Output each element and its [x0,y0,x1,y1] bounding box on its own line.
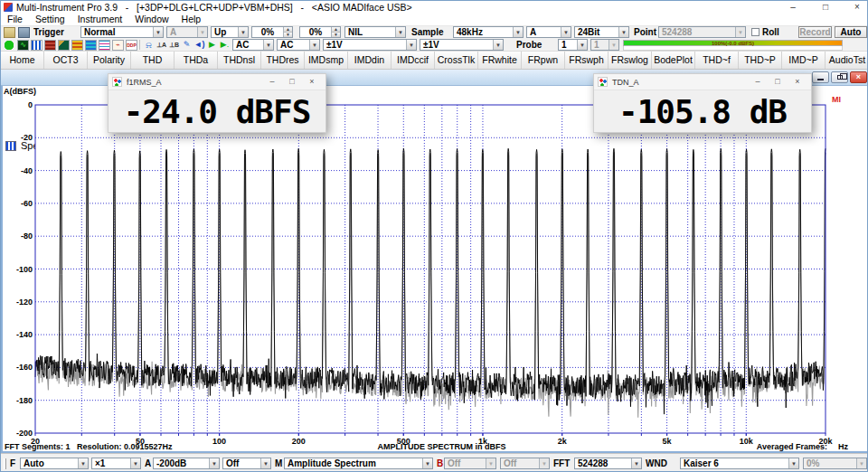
range-b-select[interactable]: ±1V▼ [420,39,504,51]
quick-imdccif[interactable]: IMDccif [392,52,435,69]
run-indicator-icon[interactable] [4,40,15,51]
quick-thd-p[interactable]: THD~P [739,52,782,69]
spinner-arrows-icon[interactable]: ▲▼ [331,27,340,37]
save-icon[interactable] [18,27,30,38]
quick-frswph[interactable]: FRswph [565,52,609,69]
auto-button[interactable]: Auto [835,26,867,38]
waterfall-b-icon[interactable] [85,40,97,51]
close-button[interactable]: × [788,74,807,90]
close-icon: × [856,72,861,82]
thdn-readout-titlebar[interactable]: TDN_A – □ × [594,74,811,90]
oscilloscope-icon[interactable]: ∿ [17,40,29,51]
quick-frswlog[interactable]: FRswlog [609,52,652,69]
freq-axis-select[interactable]: Auto▼ [20,458,89,469]
rms-readout-title: f1RMS_A [127,78,262,87]
fft-size-select[interactable]: 524288▼ [574,458,642,469]
range-a-select[interactable]: ±1V▼ [323,39,417,51]
quick-imddin[interactable]: IMDdin [348,52,392,69]
trigger-hpf-select[interactable]: NIL▼ [344,26,406,38]
minimize-button[interactable]: – [262,74,282,90]
spectrum-3d-plot-icon[interactable] [58,40,70,51]
minimize-button[interactable]: – [780,1,806,14]
bit-depth-select[interactable]: 24Bit▼ [574,26,629,38]
quick-imdsmp[interactable]: IMDsmp [305,52,348,69]
quick-thda[interactable]: THDa [175,52,218,69]
roll-checkbox[interactable]: Roll [751,27,779,37]
maximize-button[interactable]: □ [813,1,838,14]
trigger-source-select: A▼ [166,26,208,38]
play-loop-icon[interactable]: ▶. [219,40,231,51]
open-file-icon[interactable] [4,27,15,38]
trigger-level-stepper[interactable]: 0%▲▼ [251,26,293,38]
overlap-select: 0%▼ [803,458,867,469]
checkbox-icon[interactable] [751,28,760,36]
quick-oct3[interactable]: OCT3 [44,52,88,69]
window-function-select[interactable]: Kaiser 6▼ [680,458,799,469]
a-range-select[interactable]: -200dB▼ [153,458,220,469]
quick-frpwn[interactable]: FRpwn [522,52,565,69]
quick-thdnsl[interactable]: THDnsl [218,52,261,69]
menu-file[interactable]: File [1,14,29,25]
menu-instrument[interactable]: Instrument [71,14,129,25]
maximize-button[interactable]: □ [282,74,302,90]
rms-readout-titlebar[interactable]: f1RMS_A – □ × [108,74,326,90]
f-label: F [10,458,15,469]
quick-thd[interactable]: THD [131,52,175,69]
spectrum-analyzer-icon[interactable] [31,40,42,51]
close-button[interactable]: × [302,74,322,90]
ddp-viewer-icon[interactable]: DDP [126,40,137,51]
quick-thd-f[interactable]: THD~f [695,52,739,69]
play-icon[interactable]: ▶ [206,40,218,51]
trigger-edge-select[interactable]: Up▼ [211,26,249,38]
waterfall-a-icon[interactable] [71,40,83,51]
chevron-down-icon: ▼ [395,27,405,37]
child-minimize-button[interactable] [812,71,829,83]
close-button[interactable]: × [844,1,868,14]
fft-label: FFT [553,458,570,469]
view-mode-select[interactable]: Amplitude Spectrum▼ [284,458,433,469]
quick-frwhite[interactable]: FRwhite [478,52,522,69]
trigger-mode-select[interactable]: Normal▼ [80,26,164,38]
child-close-button[interactable]: × [850,71,867,83]
menu-help[interactable]: Help [175,14,208,25]
multimeter-icon[interactable] [44,40,56,51]
child-restore-button[interactable] [831,71,848,83]
freq-zoom-select[interactable]: ×1▼ [91,458,141,469]
device-test-plan-icon[interactable]: ⍾ [143,40,155,51]
probe-a-select[interactable]: 1▼ [558,39,588,51]
chevron-down-icon: ▼ [209,458,219,468]
minimize-button[interactable]: – [748,74,768,90]
reference-b-icon[interactable]: ⊥B [168,40,180,51]
probe-label: Probe [516,40,542,51]
coupling-b-select[interactable]: AC▼ [277,39,320,51]
menu-setting[interactable]: Setting [29,14,71,25]
quick-crosstlk[interactable]: CrossTlk [435,52,478,69]
reference-a-icon[interactable]: ⊥A [156,40,167,51]
spinner-arrows-icon[interactable]: ▲▼ [283,27,292,37]
pen-marker-icon[interactable]: ✎ [181,40,193,51]
a-shift-select[interactable]: Off▼ [222,458,271,469]
chevron-down-icon: ▼ [609,40,618,50]
quick-home[interactable]: Home [1,52,44,69]
quick-thdres[interactable]: THDres [261,52,305,69]
signal-generator-icon[interactable]: ⌁ [112,40,124,51]
quick-audiotst[interactable]: AudioTst [826,52,868,69]
sample-rate-select[interactable]: 48kHz▼ [453,26,524,38]
coupling-a-select[interactable]: AC▼ [232,39,274,51]
quick-bodeplot[interactable]: BodePlot [652,52,695,69]
x-axis-unit: Hz [838,442,848,451]
data-logger-icon[interactable] [99,40,110,51]
sample-label: Sample [411,27,444,38]
chevron-down-icon: ▼ [539,458,549,468]
chevron-down-icon: ▼ [856,458,866,468]
quick-imd-p[interactable]: IMD~P [782,52,826,69]
fft-status: FFT Segments: 1 Resolution: 0.0915527Hz [5,442,173,451]
menu-window[interactable]: Window [128,14,175,25]
sample-channel-select[interactable]: A▼ [526,26,571,38]
trigger-delay-stepper[interactable]: 0%▲▼ [299,26,341,38]
quick-polarity[interactable]: Polarity [88,52,131,69]
speaker-icon[interactable]: ◄) [193,40,205,51]
rms-readout-window: f1RMS_A – □ × -24.0 dBFS [108,73,326,133]
maximize-button[interactable]: □ [768,74,788,90]
menu-bar: File Setting Instrument Window Help [1,14,868,26]
